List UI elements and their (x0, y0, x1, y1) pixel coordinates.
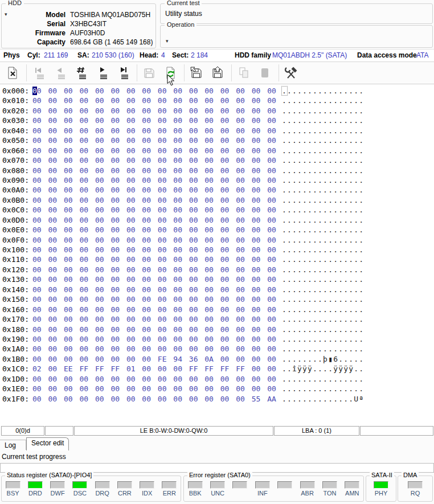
hex-row[interactable]: 0x0A0:00 00 00 00 00 00 00 00 00 00 00 0… (2, 185, 434, 195)
hex-bytes[interactable]: 00 00 00 00 00 00 00 00 00 00 00 00 00 0… (32, 176, 276, 185)
hex-bytes[interactable]: 00 00 00 00 00 00 00 00 00 00 00 00 00 0… (32, 315, 276, 323)
hex-ascii[interactable]: ................ (282, 166, 364, 175)
hex-bytes[interactable]: 00 00 00 00 00 00 00 00 00 00 00 00 00 0… (32, 285, 276, 294)
hex-row[interactable]: 0x060:00 00 00 00 00 00 00 00 00 00 00 0… (2, 146, 434, 155)
hex-ascii[interactable]: ................ (282, 295, 364, 304)
hex-row[interactable]: 0x110:00 00 00 00 00 00 00 00 00 00 00 0… (2, 255, 434, 264)
hex-row[interactable]: 0x170:00 00 00 00 00 00 00 00 00 00 00 0… (2, 314, 434, 324)
hex-bytes[interactable]: 00 00 00 00 00 00 00 00 00 00 00 00 00 0… (32, 196, 276, 204)
hex-row[interactable]: 0x180:00 00 00 00 00 00 00 00 00 00 00 0… (2, 325, 434, 334)
hex-ascii[interactable]: ................ (282, 106, 364, 115)
hex-bytes[interactable]: 00 00 00 00 00 00 00 00 00 00 00 00 00 0… (32, 384, 276, 393)
hex-ascii[interactable]: ................ (282, 216, 364, 224)
hex-ascii[interactable]: ................ (282, 146, 364, 155)
write-to-file-icon[interactable] (210, 65, 225, 81)
hex-row[interactable]: 0x050:00 00 00 00 00 00 00 00 00 00 00 0… (2, 136, 434, 145)
hex-ascii[interactable]: ................ (282, 335, 364, 343)
hex-bytes[interactable]: 00 00 00 00 00 00 00 00 00 00 00 00 00 0… (32, 206, 276, 214)
hex-row[interactable]: 0x0B0:00 00 00 00 00 00 00 00 00 00 00 0… (2, 195, 434, 205)
hex-row[interactable]: 0x070:00 00 00 00 00 00 00 00 00 00 00 0… (2, 155, 434, 165)
hex-ascii[interactable]: ................ (282, 96, 364, 105)
hex-bytes[interactable]: 00 00 00 00 00 00 00 00 00 00 00 00 00 0… (32, 375, 276, 383)
hex-ascii[interactable]: ................ (282, 196, 364, 204)
hex-row[interactable]: 0x160:00 00 00 00 00 00 00 00 00 00 00 0… (2, 305, 434, 314)
clear-sector-icon[interactable] (5, 65, 20, 81)
reread-sector-icon[interactable] (162, 65, 178, 81)
hex-bytes[interactable]: 00 00 00 00 00 00 00 00 00 00 00 00 00 0… (32, 275, 276, 284)
next-sector-icon[interactable] (94, 65, 109, 81)
hex-bytes[interactable]: 00 00 00 00 00 00 00 00 00 00 00 00 00 0… (32, 305, 276, 314)
hex-bytes[interactable]: 00 00 00 00 00 00 00 00 00 00 00 00 00 0… (32, 345, 276, 353)
hex-bytes[interactable]: 02 00 EE FF FF FF 01 00 00 00 FF FF FF F… (32, 364, 276, 373)
hex-bytes[interactable]: 00 00 00 00 00 00 00 00 00 00 00 00 00 0… (32, 166, 276, 175)
hex-bytes[interactable]: 00 00 00 00 00 00 00 00 00 00 00 00 00 0… (32, 116, 276, 125)
hex-ascii[interactable]: ................ (282, 226, 364, 234)
hex-ascii[interactable]: ................ (282, 136, 364, 145)
hex-ascii[interactable]: ................ (282, 275, 364, 284)
hex-bytes[interactable]: 00 00 00 00 00 00 00 00 00 00 00 00 00 0… (32, 216, 276, 224)
hex-bytes[interactable]: 00 00 00 00 00 00 00 00 00 00 00 00 00 0… (32, 156, 276, 165)
hex-row[interactable]: 0x1E0:00 00 00 00 00 00 00 00 00 00 00 0… (2, 384, 434, 394)
hex-row[interactable]: 0x1C0:02 00 EE FF FF FF 01 00 00 00 FF F… (2, 364, 434, 374)
hex-bytes[interactable]: 00 00 00 00 00 00 00 00 00 00 00 00 00 0… (32, 96, 276, 105)
hex-bytes[interactable]: 00 00 00 00 00 00 00 00 00 00 00 00 00 0… (32, 226, 276, 234)
hex-ascii[interactable]: ................ (282, 245, 364, 254)
hex-bytes[interactable]: 00 00 00 00 00 00 00 00 FE 94 36 0A 00 0… (32, 355, 276, 363)
hex-row[interactable]: 0x130:00 00 00 00 00 00 00 00 00 00 00 0… (2, 274, 434, 284)
hex-row[interactable]: 0x1B0:00 00 00 00 00 00 00 00 FE 94 36 0… (2, 354, 434, 364)
hex-row[interactable]: 0x0E0:00 00 00 00 00 00 00 00 00 00 00 0… (2, 225, 434, 235)
hex-bytes[interactable]: 00 00 00 00 00 00 00 00 00 00 00 00 00 0… (32, 136, 276, 145)
hex-ascii[interactable]: ................ (282, 375, 364, 383)
hex-bytes[interactable]: 00 00 00 00 00 00 00 00 00 00 00 00 00 0… (32, 265, 276, 274)
hex-ascii[interactable]: ..îÿÿÿ....ÿÿÿÿ.. (282, 364, 364, 373)
hex-row[interactable]: 0x040:00 00 00 00 00 00 00 00 00 00 00 0… (2, 126, 434, 136)
hex-ascii[interactable]: ........þ▮6..... (282, 355, 364, 363)
hex-ascii[interactable]: ................ (282, 116, 364, 125)
hex-bytes[interactable]: 00 00 00 00 00 00 00 00 00 00 00 00 00 0… (32, 245, 276, 254)
read-from-file-icon[interactable] (189, 65, 204, 81)
hex-bytes[interactable]: 00 00 00 00 00 00 00 00 00 00 00 00 00 0… (32, 335, 276, 343)
hex-bytes[interactable]: 00 00 00 00 00 00 00 00 00 00 00 00 00 0… (32, 325, 276, 334)
hex-bytes[interactable]: 00 00 00 00 00 00 00 00 00 00 00 00 00 0… (32, 186, 276, 194)
hex-row[interactable]: 0x190:00 00 00 00 00 00 00 00 00 00 00 0… (2, 334, 434, 344)
hex-bytes[interactable]: 00 00 00 00 00 00 00 00 00 00 00 00 00 0… (32, 87, 276, 95)
hex-ascii[interactable]: ................ (282, 126, 364, 135)
hex-ascii[interactable]: ................ (282, 186, 364, 194)
hex-row[interactable]: 0x090:00 00 00 00 00 00 00 00 00 00 00 0… (2, 175, 434, 185)
tab-sector-edit[interactable]: Sector edit (26, 437, 69, 450)
hex-ascii[interactable]: ................ (282, 156, 364, 165)
hex-ascii[interactable]: ................ (282, 206, 364, 214)
hex-ascii[interactable]: ................ (282, 305, 364, 314)
hex-bytes[interactable]: 00 00 00 00 00 00 00 00 00 00 00 00 00 0… (32, 295, 276, 304)
hex-row[interactable]: 0x150:00 00 00 00 00 00 00 00 00 00 00 0… (2, 294, 434, 304)
hex-bytes[interactable]: 00 00 00 00 00 00 00 00 00 00 00 00 00 0… (32, 146, 276, 155)
hex-row[interactable]: 0x1D0:00 00 00 00 00 00 00 00 00 00 00 0… (2, 374, 434, 384)
tab-log[interactable]: Log (0, 440, 26, 450)
hex-row[interactable]: 0x020:00 00 00 00 00 00 00 00 00 00 00 0… (2, 106, 434, 116)
operation-dropdown-icon[interactable]: ▾ (166, 38, 169, 44)
sector-hex-editor[interactable]: 0x000:00 00 00 00 00 00 00 00 00 00 00 0… (0, 84, 434, 426)
hex-bytes[interactable]: 00 00 00 00 00 00 00 00 00 00 00 00 00 0… (32, 126, 276, 135)
hex-ascii[interactable]: ................ (282, 265, 364, 274)
hex-bytes[interactable]: 00 00 00 00 00 00 00 00 00 00 00 00 00 0… (32, 106, 276, 115)
hex-ascii[interactable]: ................ (282, 384, 364, 393)
hex-ascii[interactable]: ................ (282, 325, 364, 334)
hex-row[interactable]: 0x0F0:00 00 00 00 00 00 00 00 00 00 00 0… (2, 235, 434, 245)
hex-bytes[interactable]: 00 00 00 00 00 00 00 00 00 00 00 00 00 0… (32, 255, 276, 264)
hex-ascii[interactable]: ................ (282, 315, 364, 323)
hex-row[interactable]: 0x080:00 00 00 00 00 00 00 00 00 00 00 0… (2, 166, 434, 175)
last-sector-icon[interactable] (115, 65, 130, 81)
sector-number-icon[interactable] (73, 65, 88, 81)
hex-ascii[interactable]: ................ (282, 236, 364, 244)
hex-row[interactable]: 0x100:00 00 00 00 00 00 00 00 00 00 00 0… (2, 245, 434, 255)
hex-ascii[interactable]: ................ (282, 285, 364, 294)
hex-row[interactable]: 0x000:00 00 00 00 00 00 00 00 00 00 00 0… (2, 86, 434, 96)
hex-ascii[interactable]: ..............Uª (282, 395, 364, 403)
hex-row[interactable]: 0x1F0:00 00 00 00 00 00 00 00 00 00 00 0… (2, 394, 434, 404)
hex-ascii[interactable]: ................ (282, 255, 364, 264)
hex-row[interactable]: 0x140:00 00 00 00 00 00 00 00 00 00 00 0… (2, 285, 434, 294)
hex-row[interactable]: 0x030:00 00 00 00 00 00 00 00 00 00 00 0… (2, 116, 434, 125)
hex-bytes[interactable]: 00 00 00 00 00 00 00 00 00 00 00 00 00 0… (32, 236, 276, 244)
hex-row[interactable]: 0x0D0:00 00 00 00 00 00 00 00 00 00 00 0… (2, 215, 434, 225)
hex-row[interactable]: 0x120:00 00 00 00 00 00 00 00 00 00 00 0… (2, 265, 434, 274)
